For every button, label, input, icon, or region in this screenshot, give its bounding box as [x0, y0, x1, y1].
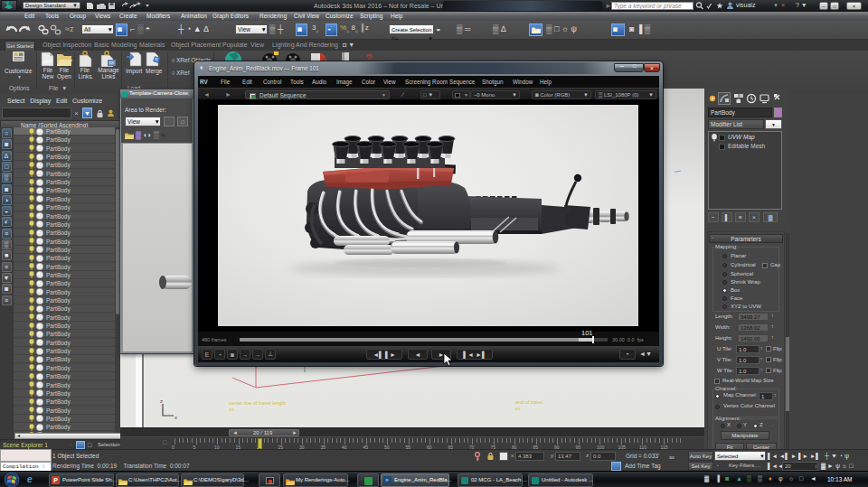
svg-text:end of travel: end of travel: [515, 399, 542, 405]
svg-text:·: ·: [140, 4, 142, 9]
svg-text:x: x: [175, 415, 177, 420]
svg-text:xx: xx: [515, 406, 521, 411]
svg-text:xx: xx: [229, 407, 234, 412]
svg-text:·: ·: [127, 4, 129, 9]
svg-text:center line of travel length: center line of travel length: [229, 400, 286, 406]
svg-text:z: z: [160, 398, 163, 404]
